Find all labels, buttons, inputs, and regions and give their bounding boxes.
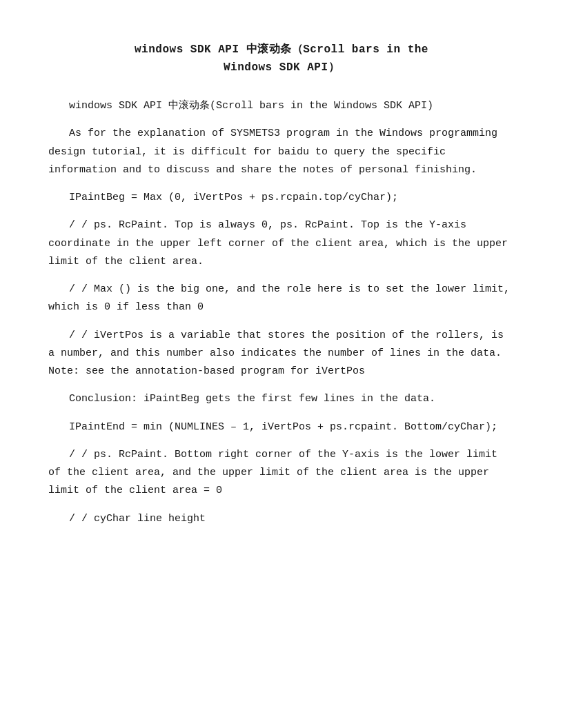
paragraph-p2: As for the explanation of SYSMETS3 progr… (48, 125, 515, 179)
paragraph-p1: windows SDK API 中滚动条(Scroll bars in the … (48, 97, 515, 115)
paragraph-p4: / / ps. RcPaint. Top is always 0, ps. Rc… (48, 216, 515, 271)
paragraph-p3: IPaintBeg = Max (0, iVertPos + ps.rcpain… (48, 189, 515, 207)
paragraph-p10: / / cyChar line height (48, 510, 515, 528)
paragraph-p9: / / ps. RcPaint. Bottom right corner of … (48, 446, 515, 501)
title-line1: windows SDK API 中滚动条（Scroll bars in the (48, 41, 515, 59)
title-block: windows SDK API 中滚动条（Scroll bars in the … (48, 41, 515, 77)
title-line2: Windows SDK API） (48, 59, 515, 77)
paragraph-p5: / / Max () is the big one, and the role … (48, 281, 515, 317)
paragraph-p7: Conclusion: iPaintBeg gets the first few… (48, 390, 515, 408)
paragraph-p8: IPaintEnd = min (NUMLINES – 1, iVertPos … (48, 418, 515, 436)
paragraph-p6: / / iVertPos is a variable that stores t… (48, 327, 515, 381)
content-area: windows SDK API 中滚动条(Scroll bars in the … (48, 97, 515, 528)
